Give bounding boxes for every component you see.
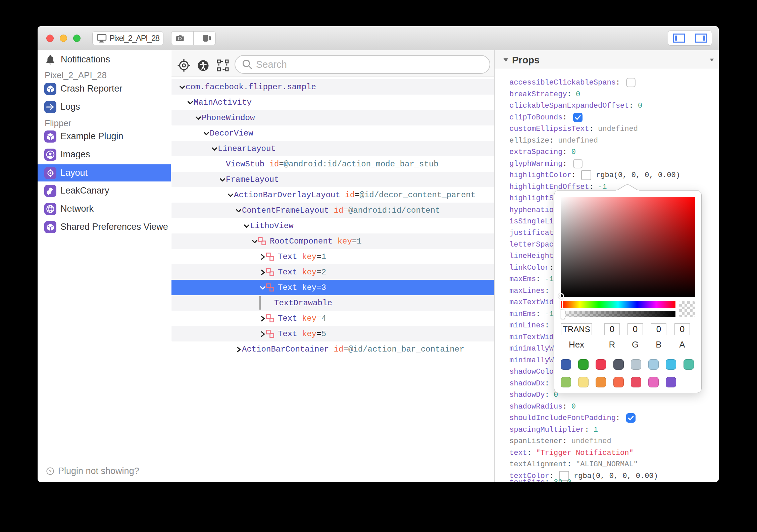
svg-text:?: ? [49,469,52,474]
